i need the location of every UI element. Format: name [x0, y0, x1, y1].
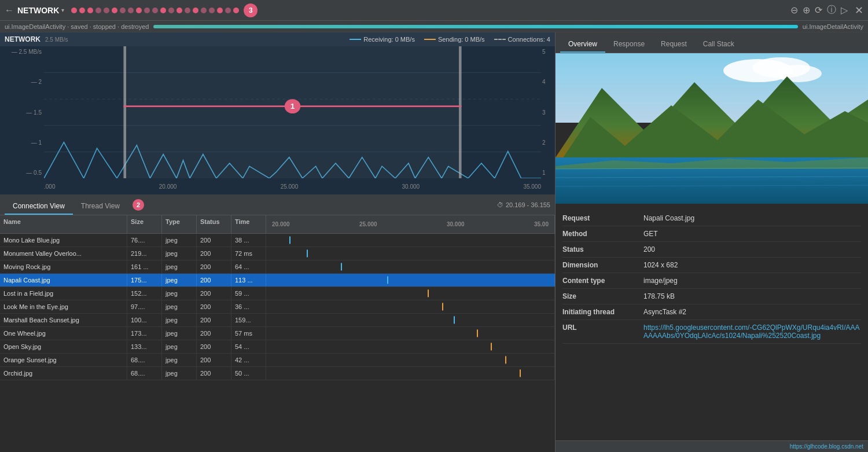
- time-range-value: 20.169 - 36.155: [506, 201, 550, 208]
- td-type: jpeg: [162, 287, 197, 300]
- tab-overview[interactable]: Overview: [560, 36, 605, 53]
- table-row[interactable]: Look Me in the Eye.jpg 97.... jpeg 200 3…: [0, 300, 555, 314]
- table-container[interactable]: Name Size Type Status Time 20.000 25.000…: [0, 215, 555, 452]
- table-row-selected[interactable]: Napali Coast.jpg 175... jpeg 200 113 ...: [0, 274, 555, 287]
- dropdown-arrow-icon[interactable]: ▾: [61, 7, 64, 13]
- table-row[interactable]: Monument Valley Overloo... 219... jpeg 2…: [0, 247, 555, 260]
- footer-url: https://glhcode.blog.csdn.net: [556, 440, 868, 452]
- dot: [233, 8, 239, 13]
- maximize-icon[interactable]: ⊕: [803, 5, 810, 16]
- info-row-content-type: Content type image/jpeg: [562, 273, 861, 289]
- y-right-5: 5: [542, 49, 554, 55]
- chart-area: NETWORK 2.5 MB/s Receiving: 0 MB/s Sendi…: [0, 32, 555, 194]
- progress-fill: [153, 25, 797, 28]
- th-timeline: 20.000 25.000 30.000 35.00: [266, 215, 555, 233]
- x-label-20: 20.000: [159, 183, 177, 190]
- tab-request[interactable]: Request: [653, 36, 695, 53]
- td-timeline: [266, 327, 555, 340]
- content-type-value: image/jpeg: [643, 277, 861, 285]
- status-value: 200: [643, 245, 861, 253]
- td-name: Orchid.jpg: [0, 367, 127, 380]
- table-row[interactable]: Orchid.jpg 68.... jpeg 200 50 ...: [0, 367, 555, 380]
- chart-svg: 1: [44, 46, 541, 178]
- bottom-panel: Connection View Thread View 2 ⏱ 20.169 -…: [0, 194, 555, 452]
- activity-left-text: ui.ImageDetailActivity · saved · stopped…: [5, 23, 149, 30]
- dot: [144, 8, 150, 13]
- table-row[interactable]: One Wheel.jpg 173... jpeg 200 57 ms: [0, 327, 555, 340]
- tab-callstack[interactable]: Call Stack: [695, 36, 742, 53]
- td-status: 200: [197, 234, 231, 247]
- dot: [104, 8, 109, 13]
- time-range: ⏱ 20.169 - 36.155: [497, 201, 550, 208]
- info-row-request: Request Napali Coast.jpg: [562, 211, 861, 226]
- td-name: One Wheel.jpg: [0, 327, 127, 340]
- td-time: 54 ...: [231, 340, 266, 353]
- chart-title: NETWORK: [5, 35, 41, 43]
- dot: [217, 8, 223, 13]
- size-value: 178.75 kB: [643, 292, 861, 300]
- dot: [160, 8, 166, 13]
- activity-right-text: ui.ImageDetailActivity: [803, 23, 863, 30]
- td-timeline: [266, 354, 555, 366]
- td-status: 200: [197, 274, 231, 286]
- info-icon[interactable]: ⓘ: [827, 4, 836, 16]
- sending-label: Sending: 0 MB/s: [438, 36, 485, 43]
- refresh-icon[interactable]: ⟳: [815, 5, 822, 16]
- td-name: Moving Rock.jpg: [0, 260, 127, 273]
- td-size: 175...: [127, 274, 162, 286]
- dot: [201, 8, 207, 13]
- td-type: jpeg: [162, 354, 197, 366]
- x-label-0: .000: [44, 183, 55, 190]
- td-name: Look Me in the Eye.jpg: [0, 300, 127, 313]
- table-row[interactable]: Orange Sunset.jpg 68.... jpeg 200 42 ...: [0, 354, 555, 367]
- receiving-label: Receiving: 0 MB/s: [363, 36, 415, 43]
- connections-legend: Connections: 4: [494, 36, 550, 43]
- td-size: 161 ...: [127, 260, 162, 273]
- dimension-value: 1024 x 682: [643, 261, 861, 269]
- info-row-method: Method GET: [562, 226, 861, 242]
- td-timeline: [266, 274, 555, 286]
- close-button[interactable]: ✕: [855, 4, 863, 17]
- td-status: 200: [197, 367, 231, 380]
- table-row[interactable]: Marshall Beach Sunset.jpg 100... jpeg 20…: [0, 314, 555, 327]
- method-label: Method: [562, 230, 643, 238]
- play-icon[interactable]: ▷: [841, 5, 848, 16]
- td-type: jpeg: [162, 260, 197, 273]
- table-header: Name Size Type Status Time 20.000 25.000…: [0, 215, 555, 234]
- td-name: Mono Lake Blue.jpg: [0, 234, 127, 247]
- x-label-25: 25.000: [281, 183, 299, 190]
- th-status: Status: [197, 215, 231, 233]
- table-row[interactable]: Lost in a Field.jpg 152... jpeg 200 59 .…: [0, 287, 555, 300]
- table-row[interactable]: Moving Rock.jpg 161 ... jpeg 200 64 ...: [0, 260, 555, 274]
- sending-line-icon: [424, 39, 436, 40]
- td-time: 72 ms: [231, 247, 266, 260]
- table-row[interactable]: Mono Lake Blue.jpg 76.... jpeg 200 38 ..…: [0, 234, 555, 247]
- minimize-icon[interactable]: ⊖: [790, 5, 798, 16]
- td-status: 200: [197, 340, 231, 353]
- chart-body: — 2.5 MB/s — 2 — 1.5 — 1 — 0.5 5 4 3 2 1: [0, 46, 555, 194]
- td-size: 97....: [127, 300, 162, 313]
- td-type: jpeg: [162, 234, 197, 247]
- td-size: 100...: [127, 314, 162, 326]
- left-panel: NETWORK 2.5 MB/s Receiving: 0 MB/s Sendi…: [0, 32, 556, 452]
- dot: [95, 8, 101, 13]
- tab-thread-view[interactable]: Thread View: [73, 199, 128, 215]
- td-time: 64 ...: [231, 260, 266, 273]
- y-label-15: — 1.5: [2, 109, 42, 116]
- svg-rect-6: [123, 46, 126, 178]
- y-right-4: 4: [542, 79, 554, 85]
- td-timeline: [266, 300, 555, 313]
- url-value[interactable]: https://lh5.googleusercontent.com/-CG62Q…: [643, 324, 861, 340]
- td-type: jpeg: [162, 274, 197, 286]
- table-row[interactable]: Open Sky.jpg 133... jpeg 200 54 ...: [0, 340, 555, 354]
- td-size: 219...: [127, 247, 162, 260]
- td-timeline: [266, 260, 555, 273]
- dot: [209, 8, 215, 13]
- td-status: 200: [197, 327, 231, 340]
- tab-connection-view[interactable]: Connection View: [5, 199, 73, 215]
- back-button[interactable]: ←: [5, 5, 14, 16]
- chart-svg-container: 1: [44, 46, 541, 178]
- svg-text:1: 1: [290, 102, 295, 110]
- th-time: Time: [231, 215, 266, 233]
- tab-response[interactable]: Response: [605, 36, 653, 53]
